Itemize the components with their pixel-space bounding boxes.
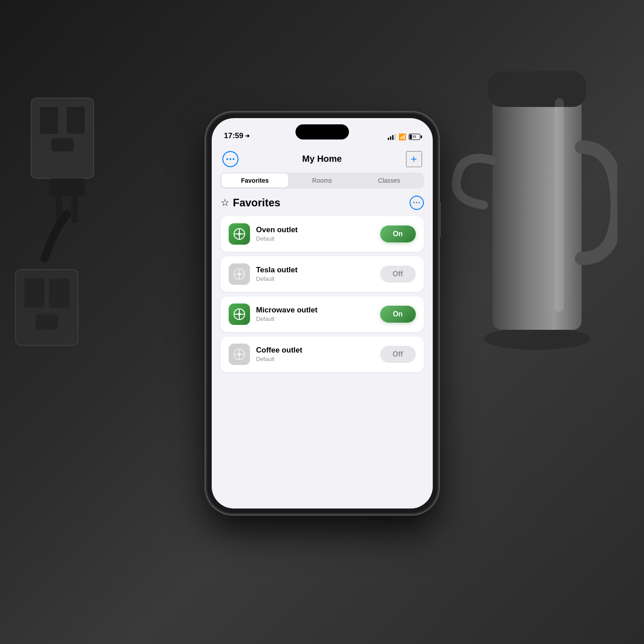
app-content: My Home + Favorites Rooms Classes ☆ Favo… bbox=[212, 144, 433, 509]
svg-rect-8 bbox=[25, 279, 45, 308]
device-card-microwave[interactable]: Microwave outlet Default On bbox=[221, 296, 424, 332]
device-location-coffee: Default bbox=[256, 356, 374, 362]
device-icon-coffee bbox=[229, 344, 250, 365]
phone-frame: 17:59 ➔ 📶 25 bbox=[206, 113, 438, 514]
svg-rect-14 bbox=[555, 98, 564, 312]
page-title: My Home bbox=[302, 154, 342, 164]
outlet-icon-tesla bbox=[233, 267, 246, 281]
time-display: 17:59 bbox=[224, 131, 243, 140]
section-more-dots bbox=[413, 202, 420, 204]
device-card-oven[interactable]: Oven outlet Default On bbox=[221, 216, 424, 252]
signal-bar-3 bbox=[392, 135, 394, 140]
device-location-tesla: Default bbox=[256, 275, 374, 282]
device-info-tesla: Tesla outlet Default bbox=[256, 266, 374, 282]
device-name-tesla: Tesla outlet bbox=[256, 266, 374, 275]
toggle-coffee[interactable]: Off bbox=[380, 346, 416, 363]
tab-classes[interactable]: Classes bbox=[356, 173, 423, 188]
status-time: 17:59 ➔ bbox=[224, 131, 250, 140]
section-title-group: ☆ Favorites bbox=[221, 197, 281, 209]
device-icon-microwave bbox=[229, 304, 250, 325]
toggle-microwave[interactable]: On bbox=[380, 306, 416, 323]
favorites-section: ☆ Favorites bbox=[212, 196, 433, 372]
tab-favorites[interactable]: Favorites bbox=[222, 173, 289, 188]
toggle-tesla[interactable]: Off bbox=[380, 266, 416, 283]
outlet-icon-coffee bbox=[233, 348, 246, 361]
section-more-button[interactable] bbox=[410, 196, 424, 210]
device-card-coffee[interactable]: Coffee outlet Default Off bbox=[221, 336, 424, 372]
svg-rect-13 bbox=[488, 71, 586, 107]
battery-level: 25 bbox=[413, 135, 416, 138]
sdot-1 bbox=[413, 202, 415, 204]
menu-button[interactable] bbox=[222, 151, 238, 167]
device-icon-oven bbox=[229, 223, 250, 245]
dot-3 bbox=[233, 158, 234, 160]
svg-point-18 bbox=[238, 233, 241, 235]
sdot-3 bbox=[418, 202, 420, 204]
svg-point-26 bbox=[238, 313, 241, 316]
svg-rect-1 bbox=[40, 107, 58, 134]
toggle-oven[interactable]: On bbox=[380, 226, 416, 242]
signal-bar-1 bbox=[388, 138, 389, 140]
device-info-microwave: Microwave outlet Default bbox=[256, 306, 374, 322]
device-name-coffee: Coffee outlet bbox=[256, 346, 374, 355]
tab-bar: Favorites Rooms Classes bbox=[221, 172, 424, 189]
phone-screen: 17:59 ➔ 📶 25 bbox=[212, 118, 433, 509]
outlet-icon-microwave bbox=[233, 308, 246, 321]
sdot-2 bbox=[416, 202, 418, 204]
device-info-oven: Oven outlet Default bbox=[256, 226, 374, 242]
star-icon: ☆ bbox=[221, 197, 230, 209]
svg-rect-6 bbox=[71, 196, 78, 223]
device-location-microwave: Default bbox=[256, 316, 374, 322]
signal-bar-4 bbox=[394, 134, 396, 140]
svg-rect-10 bbox=[36, 314, 58, 330]
svg-rect-4 bbox=[49, 178, 85, 196]
signal-bars-icon bbox=[388, 134, 396, 140]
battery-icon: 25 bbox=[409, 134, 420, 140]
section-header: ☆ Favorites bbox=[221, 196, 424, 210]
app-header: My Home + bbox=[212, 144, 433, 172]
dot-2 bbox=[230, 158, 231, 160]
menu-dots bbox=[226, 158, 234, 160]
bg-kettle-decoration bbox=[448, 36, 617, 370]
wifi-icon: 📶 bbox=[398, 133, 406, 140]
dynamic-island bbox=[295, 124, 349, 139]
dot-1 bbox=[226, 158, 228, 160]
svg-point-11 bbox=[484, 328, 591, 350]
device-info-coffee: Coffee outlet Default bbox=[256, 346, 374, 362]
svg-rect-2 bbox=[67, 107, 85, 134]
add-button[interactable]: + bbox=[406, 151, 422, 167]
svg-rect-12 bbox=[492, 89, 582, 330]
device-name-oven: Oven outlet bbox=[256, 226, 374, 234]
device-name-microwave: Microwave outlet bbox=[256, 306, 374, 315]
section-title: Favorites bbox=[233, 197, 281, 209]
svg-rect-3 bbox=[51, 138, 74, 152]
bg-wall-outlet-decoration bbox=[13, 267, 80, 348]
device-card-tesla[interactable]: Tesla outlet Default Off bbox=[221, 256, 424, 292]
location-arrow-icon: ➔ bbox=[245, 133, 250, 139]
signal-bar-2 bbox=[390, 136, 391, 140]
device-location-oven: Default bbox=[256, 235, 374, 242]
bg-plug-decoration bbox=[27, 89, 107, 267]
device-icon-tesla bbox=[229, 263, 250, 285]
svg-point-22 bbox=[238, 273, 241, 275]
svg-rect-9 bbox=[49, 279, 69, 308]
status-icons: 📶 25 bbox=[388, 133, 420, 140]
outlet-icon-oven bbox=[233, 227, 246, 241]
tab-rooms[interactable]: Rooms bbox=[288, 173, 356, 188]
battery-fill bbox=[410, 135, 412, 139]
svg-point-30 bbox=[238, 353, 241, 356]
